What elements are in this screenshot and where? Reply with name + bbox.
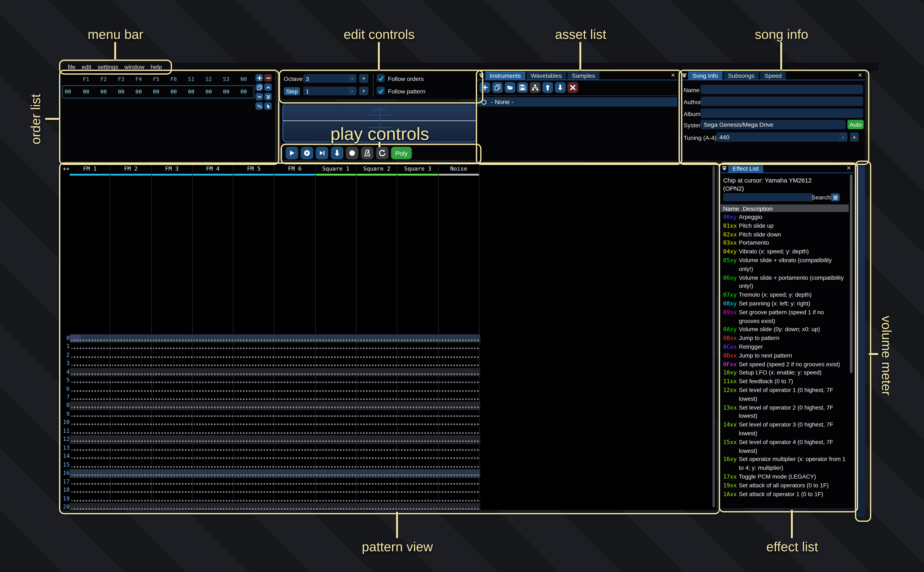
pattern-cell[interactable] <box>153 427 194 435</box>
pattern-cell[interactable] <box>112 444 153 452</box>
step-button[interactable]: Step <box>284 87 300 95</box>
order-minus-button[interactable] <box>264 74 272 82</box>
pattern-cell[interactable] <box>194 334 235 342</box>
pattern-cell[interactable] <box>317 495 358 503</box>
effect-row[interactable]: 07xyTremolo (x: speed; y: depth) <box>721 291 849 300</box>
pattern-cell[interactable] <box>153 376 194 385</box>
close-icon[interactable]: ✕ <box>846 165 851 171</box>
menu-item-window[interactable]: window <box>122 63 148 70</box>
pattern-cell[interactable] <box>358 452 398 461</box>
pattern-cell[interactable] <box>235 469 276 478</box>
transport-stop-button[interactable] <box>346 147 358 159</box>
pattern-cell[interactable] <box>235 444 276 452</box>
effect-row[interactable]: 03xxPortamento <box>721 239 849 248</box>
pattern-cell[interactable] <box>235 495 276 503</box>
pattern-cell[interactable] <box>194 486 235 494</box>
effect-row[interactable]: 09xxSet groove pattern (speed 1 if no gr… <box>721 308 849 326</box>
pattern-cell[interactable] <box>194 410 235 418</box>
effect-row[interactable]: 11xxSet feedback (0 to 7) <box>721 378 849 386</box>
pattern-cell[interactable] <box>72 410 112 418</box>
pattern-view-panel[interactable]: ++ FM 1FM 2FM 3FM 4FM 5FM 6Square 1Squar… <box>61 164 716 510</box>
pattern-cell[interactable] <box>112 359 153 368</box>
pattern-row[interactable]: 0 <box>61 334 480 342</box>
pattern-cell[interactable] <box>358 402 398 410</box>
asset-copy-button[interactable] <box>492 82 503 93</box>
pattern-cell[interactable] <box>72 418 112 427</box>
pattern-cell[interactable] <box>72 342 112 351</box>
pattern-cell[interactable] <box>235 385 276 393</box>
effect-row[interactable]: 15xxSet level of operator 4 (0 highest, … <box>721 438 849 455</box>
pattern-cell[interactable] <box>358 393 398 402</box>
pattern-row[interactable]: 1 <box>61 342 480 351</box>
effect-row[interactable]: 0CxxRetrigger <box>721 343 849 352</box>
pattern-cell[interactable] <box>235 410 276 418</box>
pattern-cell[interactable] <box>358 418 398 427</box>
pattern-cell[interactable] <box>194 461 235 469</box>
pattern-cell[interactable] <box>153 452 194 461</box>
collapse-window-icon[interactable] <box>478 72 485 80</box>
follow-orders-checkbox[interactable] <box>377 74 385 82</box>
pattern-cell[interactable] <box>112 461 153 469</box>
effect-list-menu-button[interactable] <box>831 193 840 201</box>
pattern-row[interactable]: 3 <box>61 359 480 368</box>
effect-row[interactable]: 06xyVolume slide + portamento (compatibi… <box>721 274 849 291</box>
transport-metronome-button[interactable] <box>361 147 374 159</box>
pattern-cell[interactable] <box>276 478 316 486</box>
step-plus-button[interactable]: + <box>359 87 368 95</box>
pattern-cell[interactable] <box>276 359 316 368</box>
pattern-row[interactable]: 2 <box>61 351 480 359</box>
pattern-cell[interactable] <box>276 376 316 385</box>
pattern-cell[interactable] <box>153 435 194 444</box>
pattern-cell[interactable] <box>398 342 439 351</box>
pattern-cell[interactable] <box>194 503 235 510</box>
pattern-cell[interactable] <box>276 351 316 359</box>
pattern-cell[interactable] <box>398 334 439 342</box>
pattern-cell[interactable] <box>194 402 235 410</box>
pattern-cell[interactable] <box>235 486 276 494</box>
pattern-row[interactable]: 17 <box>61 478 480 486</box>
pattern-cell[interactable] <box>194 452 235 461</box>
pattern-cell[interactable] <box>72 359 112 368</box>
pattern-cell[interactable] <box>112 478 153 486</box>
pattern-cell[interactable] <box>358 486 398 494</box>
pattern-cell[interactable] <box>276 495 316 503</box>
pattern-cell[interactable] <box>72 427 112 435</box>
pattern-cell[interactable] <box>358 444 398 452</box>
effect-search-input[interactable] <box>723 193 813 201</box>
tuning-plus-button[interactable]: + <box>850 132 859 142</box>
pattern-cell[interactable] <box>72 402 112 410</box>
pattern-cell[interactable] <box>358 334 398 342</box>
pattern-cell[interactable] <box>317 452 358 461</box>
menu-item-settings[interactable]: settings <box>94 63 121 70</box>
pattern-cell[interactable] <box>72 444 112 452</box>
pattern-cell[interactable] <box>112 452 153 461</box>
pattern-cell[interactable] <box>235 461 276 469</box>
pattern-cell[interactable] <box>276 418 316 427</box>
pattern-row[interactable]: 14 <box>61 452 480 461</box>
pattern-cell[interactable] <box>317 444 358 452</box>
pattern-cell[interactable] <box>276 334 316 342</box>
pattern-cell[interactable] <box>317 503 358 510</box>
pattern-cell[interactable] <box>112 469 153 478</box>
pattern-cell[interactable] <box>235 342 276 351</box>
effect-row[interactable]: 16xySet operator multiplier (x: operator… <box>721 455 849 473</box>
effect-row[interactable]: 00xyArpeggio <box>721 213 849 222</box>
tab-song-info[interactable]: Song Info <box>688 72 722 80</box>
pattern-cell[interactable] <box>153 444 194 452</box>
pattern-cell[interactable] <box>358 503 398 510</box>
pattern-cell[interactable] <box>194 393 235 402</box>
effect-scrollbar[interactable] <box>850 174 852 373</box>
effect-row[interactable]: 02xxPitch slide down <box>721 231 849 239</box>
octave-plus-button[interactable]: + <box>359 74 368 83</box>
auto-button[interactable]: Auto <box>848 120 864 129</box>
pattern-cell[interactable] <box>439 334 480 342</box>
pattern-cell[interactable] <box>439 452 480 461</box>
effect-row[interactable]: 1AxxSet attack of operator 1 (0 to 1F) <box>721 490 849 499</box>
pattern-row[interactable]: 16 <box>61 469 480 478</box>
pattern-cell[interactable] <box>235 376 276 385</box>
pattern-cell[interactable] <box>317 334 358 342</box>
pattern-cell[interactable] <box>276 393 316 402</box>
pattern-cell[interactable] <box>358 427 398 435</box>
pattern-cell[interactable] <box>398 427 439 435</box>
pattern-cell[interactable] <box>317 359 358 368</box>
